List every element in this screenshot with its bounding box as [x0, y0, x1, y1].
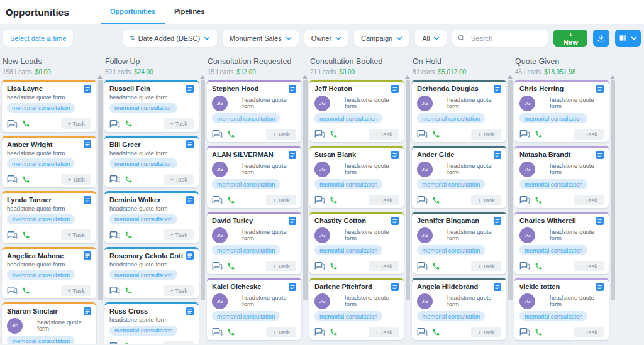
- chat-icon[interactable]: [7, 119, 18, 128]
- chat-icon[interactable]: [314, 261, 325, 270]
- calendar-plus-icon[interactable]: [494, 85, 501, 93]
- task-button[interactable]: + Task: [164, 174, 194, 185]
- chat-icon[interactable]: [314, 195, 325, 204]
- task-button[interactable]: + Task: [369, 129, 399, 140]
- lead-card[interactable]: Chris HerringJGheadstone quote formmemor…: [514, 80, 609, 142]
- lead-card[interactable]: Charles WitherellJGheadstone quote formm…: [514, 212, 609, 274]
- chat-icon[interactable]: [109, 175, 120, 183]
- calendar-plus-icon[interactable]: [596, 151, 604, 159]
- lead-card[interactable]: Angela HildebrandJGheadstone quote formm…: [412, 278, 506, 340]
- chat-icon[interactable]: [417, 261, 428, 270]
- pipeline-dropdown[interactable]: Monument Sales: [223, 30, 299, 47]
- phone-icon[interactable]: [22, 119, 30, 128]
- tab-opportunities[interactable]: Opportunities: [101, 0, 165, 24]
- phone-icon[interactable]: [125, 342, 133, 344]
- task-button[interactable]: + Task: [369, 327, 399, 337]
- task-button[interactable]: + Task: [471, 261, 501, 271]
- phone-icon[interactable]: [432, 328, 440, 336]
- lead-card[interactable]: Chastity CottonJGheadstone quote formmem…: [309, 212, 404, 274]
- chat-icon[interactable]: [7, 231, 18, 239]
- new-opportunity-button[interactable]: + New: [553, 30, 587, 47]
- board-view-button[interactable]: [615, 30, 641, 47]
- task-button[interactable]: + Task: [164, 118, 194, 129]
- lead-card[interactable]: Rosemary Cekola Cotterheadstone quote fo…: [104, 247, 199, 299]
- phone-icon[interactable]: [432, 130, 440, 138]
- select-date-button[interactable]: Select date & time: [3, 30, 73, 47]
- lead-card[interactable]: Brenda SteeleJGheadstone quote formmemor…: [514, 344, 609, 344]
- calendar-plus-icon[interactable]: [596, 85, 604, 93]
- calendar-plus-icon[interactable]: [186, 251, 194, 260]
- phone-icon[interactable]: [330, 196, 338, 204]
- chat-icon[interactable]: [212, 261, 223, 270]
- calendar-plus-icon[interactable]: [289, 85, 296, 93]
- phone-icon[interactable]: [535, 328, 543, 336]
- lead-card[interactable]: Derhonda DouglasJGheadstone quote formme…: [412, 80, 506, 142]
- lead-card[interactable]: Jennifer BingamanJGheadstone quote formm…: [412, 212, 506, 274]
- calendar-plus-icon[interactable]: [84, 307, 91, 315]
- task-button[interactable]: + Task: [574, 129, 604, 140]
- lead-card[interactable]: vickie tottenJGheadstone quote formmemor…: [514, 278, 609, 340]
- phone-icon[interactable]: [125, 175, 133, 183]
- task-button[interactable]: + Task: [61, 174, 91, 185]
- lead-card[interactable]: Bill Greerheadstone quote formmemorial c…: [104, 136, 199, 188]
- chat-icon[interactable]: [314, 129, 325, 138]
- lead-card[interactable]: Amber Wrightheadstone quote formmemorial…: [2, 136, 96, 188]
- lead-card[interactable]: David TurleyJGheadstone quote formmemori…: [207, 212, 301, 274]
- task-button[interactable]: + Task: [574, 327, 604, 337]
- sort-dropdown[interactable]: ⇅ Date Added (DESC): [123, 30, 217, 47]
- lead-card[interactable]: Lisa Layneheadstone quote formmemorial c…: [2, 80, 96, 132]
- lead-card[interactable]: Thomas TaylorJGheadstone quote formmemor…: [309, 344, 404, 344]
- task-button[interactable]: + Task: [266, 129, 296, 140]
- phone-icon[interactable]: [432, 196, 440, 204]
- chat-icon[interactable]: [109, 286, 120, 295]
- chat-icon[interactable]: [7, 175, 18, 183]
- phone-icon[interactable]: [125, 119, 133, 128]
- lead-card[interactable]: ASHLEY DENNIEAbandonedJGheadstone quote …: [412, 344, 506, 344]
- calendar-plus-icon[interactable]: [84, 196, 91, 204]
- phone-icon[interactable]: [227, 130, 235, 138]
- lead-card[interactable]: ALAN SILVERMANJGheadstone quote formmemo…: [207, 146, 301, 208]
- phone-icon[interactable]: [22, 287, 30, 295]
- chat-icon[interactable]: [212, 129, 223, 138]
- chat-icon[interactable]: [7, 286, 18, 295]
- calendar-plus-icon[interactable]: [84, 85, 91, 93]
- chat-icon[interactable]: [519, 195, 530, 204]
- task-button[interactable]: + Task: [574, 261, 604, 271]
- calendar-plus-icon[interactable]: [391, 283, 399, 291]
- task-button[interactable]: + Task: [471, 327, 501, 337]
- calendar-plus-icon[interactable]: [84, 140, 91, 148]
- chat-icon[interactable]: [109, 342, 120, 345]
- lead-card[interactable]: Susan BlankJGheadstone quote formmemoria…: [309, 146, 404, 208]
- chat-icon[interactable]: [417, 129, 428, 138]
- lead-card[interactable]: Kalei OlcheskeJGheadstone quote formmemo…: [207, 278, 301, 340]
- chat-icon[interactable]: [109, 231, 120, 239]
- task-button[interactable]: + Task: [61, 285, 91, 296]
- calendar-plus-icon[interactable]: [391, 151, 399, 159]
- phone-icon[interactable]: [125, 231, 133, 239]
- phone-icon[interactable]: [227, 262, 235, 270]
- chat-icon[interactable]: [519, 129, 530, 138]
- phone-icon[interactable]: [330, 130, 338, 138]
- calendar-plus-icon[interactable]: [289, 151, 296, 159]
- task-button[interactable]: + Task: [164, 341, 194, 344]
- calendar-plus-icon[interactable]: [596, 283, 604, 291]
- column-scrollbar[interactable]: [508, 75, 513, 344]
- chat-icon[interactable]: [314, 327, 325, 336]
- calendar-plus-icon[interactable]: [391, 217, 399, 225]
- task-button[interactable]: + Task: [61, 118, 91, 129]
- calendar-plus-icon[interactable]: [596, 217, 604, 225]
- calendar-plus-icon[interactable]: [494, 283, 501, 291]
- calendar-plus-icon[interactable]: [391, 85, 399, 93]
- lead-card[interactable]: Sharon SinclairJGheadstone quote formmem…: [2, 302, 96, 344]
- phone-icon[interactable]: [535, 196, 543, 204]
- lead-card[interactable]: Deminia Walkerheadstone quote formmemori…: [104, 191, 199, 243]
- calendar-plus-icon[interactable]: [186, 196, 194, 204]
- calendar-plus-icon[interactable]: [186, 307, 194, 315]
- column-scrollbar[interactable]: [303, 75, 308, 344]
- lead-card[interactable]: Jeff HeatonJGheadstone quote formmemoria…: [309, 80, 404, 142]
- task-button[interactable]: + Task: [164, 285, 194, 296]
- lead-card[interactable]: Lynda Tannerheadstone quote formmemorial…: [2, 191, 96, 243]
- phone-icon[interactable]: [330, 262, 338, 270]
- lead-card[interactable]: Darlene PitchfordJGheadstone quote formm…: [309, 278, 404, 340]
- phone-icon[interactable]: [125, 287, 133, 295]
